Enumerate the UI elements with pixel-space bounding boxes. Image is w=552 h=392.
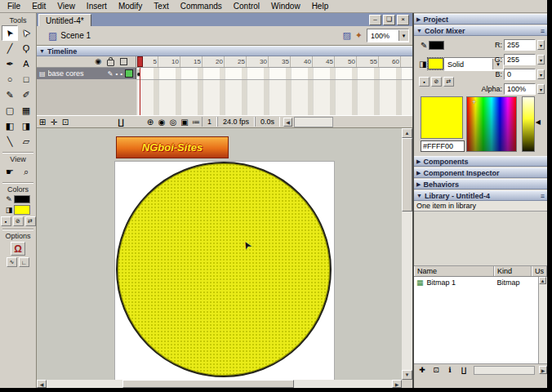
brush-tool-button[interactable]: ✐ — [18, 87, 34, 103]
library-horizontal-scrollbar-track[interactable] — [474, 366, 535, 375]
alpha-spinner-icon[interactable]: ▾ — [537, 84, 545, 94]
delete-layer-trash-button[interactable]: ∐ — [115, 118, 127, 127]
library-collapse-icon[interactable]: ▼ — [416, 193, 422, 198]
library-options-menu-icon[interactable]: ≡ — [541, 192, 545, 200]
insert-layer-folder-button[interactable]: ⊡ — [60, 118, 71, 127]
rectangle-tool-button[interactable]: □ — [18, 72, 34, 87]
layer-row[interactable]: ▤ base cores ✎ • • — [37, 68, 136, 79]
new-symbol-button[interactable]: ✚ — [416, 365, 428, 375]
project-collapse-icon[interactable]: ▶ — [416, 16, 421, 23]
pen-tool-button[interactable]: ✒ — [2, 56, 18, 72]
subselection-tool-button[interactable]: ➤ — [18, 25, 34, 41]
menu-commands[interactable]: Commands — [175, 1, 228, 11]
library-scroll-up-icon[interactable]: ▲ — [539, 277, 546, 284]
paint-bucket-tool-button[interactable]: ◨ — [18, 118, 34, 134]
scroll-down-button[interactable]: ▼ — [402, 370, 412, 380]
column-header-kind[interactable]: Kind — [494, 266, 532, 276]
default-colors-button[interactable]: ▪ — [1, 216, 11, 226]
new-folder-button[interactable]: ⊡ — [430, 365, 442, 375]
layer-name[interactable]: base cores — [48, 69, 105, 78]
fill-color-control[interactable]: ◨ — [0, 205, 36, 215]
component-inspector-collapse-icon[interactable]: ▶ — [416, 170, 421, 176]
mixer-default-colors-button[interactable]: ▪ — [419, 77, 430, 87]
stroke-color-control[interactable]: ✎ — [0, 195, 36, 203]
hex-color-field[interactable]: #FFFF00 — [421, 140, 465, 152]
color-mixer-panel-header[interactable]: ▼ Color Mixer ≡ — [414, 25, 547, 36]
zoom-level-select[interactable]: 100% ▾ — [367, 29, 409, 42]
lock-icon[interactable] — [107, 60, 114, 66]
onion-skin-outlines-button[interactable]: ◎ — [167, 118, 179, 127]
layer-visibility-dot-icon[interactable]: • — [115, 70, 118, 78]
zoom-dropdown-arrow-icon[interactable]: ▾ — [398, 30, 408, 41]
menu-view[interactable]: View — [51, 1, 81, 11]
straighten-button[interactable]: ∟ — [19, 257, 29, 267]
stage-pasteboard[interactable]: NGboi-Sites ➤ — [37, 128, 402, 380]
menu-window[interactable]: Window — [265, 1, 306, 11]
timeline-frame-ruler[interactable]: 5 10 15 20 25 30 35 40 45 50 55 60 — [136, 56, 412, 67]
edit-multiple-frames-button[interactable]: ▣ — [179, 118, 190, 127]
green-value-field[interactable]: 255 — [504, 54, 536, 65]
no-color-button[interactable]: ⊘ — [13, 216, 24, 226]
show-hide-eye-icon[interactable]: ◉ — [95, 58, 101, 65]
menu-file[interactable]: File — [2, 1, 26, 11]
snap-to-objects-magnet-button[interactable]: Ω — [11, 242, 25, 256]
logo-banner-bitmap[interactable]: NGboi-Sites — [116, 136, 229, 158]
selection-tool-button[interactable]: ➤ — [2, 25, 18, 41]
mixer-fill-color-control[interactable]: ◨ — [419, 58, 443, 69]
layer-outline-color-swatch[interactable] — [125, 69, 133, 78]
menu-insert[interactable]: Insert — [81, 1, 113, 11]
color-spectrum-picker[interactable]: + — [466, 96, 517, 152]
component-inspector-panel-header[interactable]: ▶ Component Inspector — [414, 167, 547, 178]
column-header-name[interactable]: Name — [414, 266, 494, 276]
timeline-scrollbar-track[interactable] — [294, 117, 333, 127]
document-tab[interactable]: Untitled-4* — [38, 14, 91, 26]
edit-symbol-icon[interactable]: ✦ — [355, 30, 363, 41]
red-value-field[interactable]: 255 — [504, 39, 536, 51]
menu-help[interactable]: Help — [306, 1, 335, 11]
brightness-slider[interactable]: ◀ — [522, 96, 535, 152]
behaviors-collapse-icon[interactable]: ▶ — [416, 181, 421, 188]
center-frame-button[interactable]: ⊕ — [145, 118, 156, 127]
text-tool-button[interactable]: A — [18, 56, 34, 72]
project-panel-header[interactable]: ▶ Project — [414, 14, 547, 24]
menu-text[interactable]: Text — [148, 1, 174, 11]
behaviors-panel-header[interactable]: ▶ Behaviors — [414, 179, 547, 189]
eyedropper-tool-button[interactable]: ╲ — [2, 134, 18, 149]
maximize-button[interactable]: ❏ — [383, 15, 395, 25]
stroke-color-swatch[interactable] — [14, 195, 30, 203]
green-spinner-icon[interactable]: ▾ — [537, 55, 545, 65]
alpha-value-field[interactable]: 100% — [504, 83, 536, 95]
library-item-row[interactable]: ▦ Bitmap 1 Bitmap — [414, 277, 547, 287]
fill-color-swatch[interactable] — [14, 205, 30, 215]
color-mixer-collapse-icon[interactable]: ▼ — [416, 28, 422, 33]
menu-control[interactable]: Control — [228, 1, 265, 11]
eraser-tool-button[interactable]: ▱ — [18, 134, 34, 149]
scroll-left-button[interactable]: ◀ — [37, 380, 47, 388]
line-tool-button[interactable]: ╱ — [2, 41, 18, 56]
brightness-slider-marker-icon[interactable]: ◀ — [536, 118, 541, 126]
mixer-fill-swatch[interactable] — [428, 58, 443, 69]
library-preview-pane[interactable] — [414, 212, 547, 266]
scene-breadcrumb[interactable]: Scene 1 — [60, 31, 91, 40]
frame-rate-indicator[interactable]: 24.0 fps — [217, 117, 255, 127]
playhead-marker[interactable] — [137, 56, 143, 67]
mixer-swap-colors-button[interactable]: ⇄ — [443, 77, 454, 87]
layer-lock-dot-icon[interactable]: • — [120, 70, 122, 78]
close-button[interactable]: × — [397, 15, 409, 25]
components-collapse-icon[interactable]: ▶ — [416, 158, 421, 165]
library-panel-header[interactable]: ▼ Library - Untitled-4 ≡ — [414, 190, 547, 201]
ink-bottle-tool-button[interactable]: ◧ — [2, 118, 18, 134]
free-transform-tool-button[interactable]: ▢ — [2, 103, 18, 118]
menu-edit[interactable]: Edit — [26, 1, 51, 11]
library-scroll-right-icon[interactable]: ▶ — [539, 366, 547, 374]
menu-modify[interactable]: Modify — [113, 1, 148, 11]
modify-onion-markers-button[interactable]: ≔ — [190, 118, 202, 127]
pencil-tool-button[interactable]: ✎ — [2, 87, 18, 103]
mixer-stroke-color-control[interactable]: ✎ — [421, 41, 444, 50]
edit-scene-icon[interactable]: ▨ — [342, 30, 350, 41]
lasso-tool-button[interactable]: Ϙ — [18, 41, 34, 56]
horizontal-scroll-thumb[interactable] — [122, 380, 294, 388]
add-motion-guide-button[interactable]: ✛ — [48, 118, 60, 127]
onion-skin-button[interactable]: ◉ — [156, 118, 167, 127]
red-spinner-icon[interactable]: ▾ — [537, 40, 545, 50]
